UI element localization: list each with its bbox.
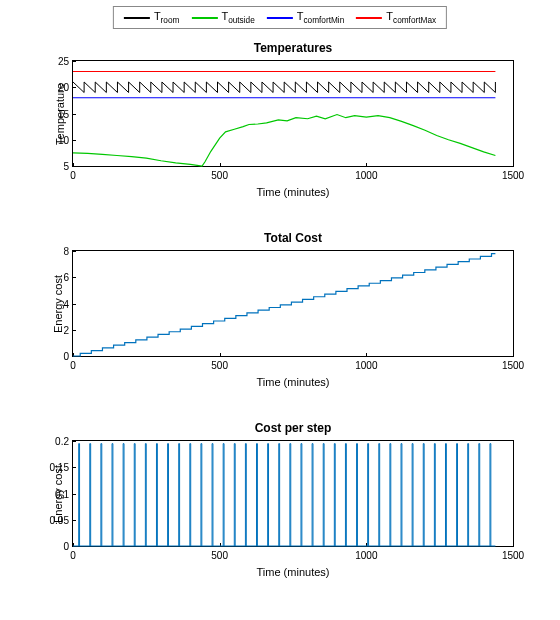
legend-item: Toutside [191,10,254,25]
legend-label: TcomfortMax [386,10,436,25]
x-tick-label: 500 [211,356,228,371]
legend: TroomToutsideTcomfortMinTcomfortMax [113,6,447,29]
y-tick-label: 10 [58,134,73,145]
x-axis-label: Time (minutes) [73,376,513,388]
legend-swatch [356,17,382,19]
x-axis-label: Time (minutes) [73,566,513,578]
x-tick-label: 0 [70,166,76,181]
chart-axes: Cost per stepEnergy costTime (minutes)00… [72,440,514,547]
y-tick-label: 0.15 [50,462,73,473]
x-tick-label: 0 [70,546,76,561]
y-tick-label: 0.05 [50,514,73,525]
chart-title: Total Cost [73,231,513,245]
series-line [73,82,495,93]
y-tick-label: 15 [58,108,73,119]
chart-canvas [73,441,513,546]
legend-label: Toutside [221,10,254,25]
chart-canvas [73,251,513,356]
x-tick-label: 1000 [355,356,377,371]
legend-swatch [124,17,150,19]
legend-label: TcomfortMin [297,10,345,25]
y-tick-label: 20 [58,82,73,93]
legend-swatch [267,17,293,19]
y-axis-label: Energy cost [52,274,64,332]
chart-title: Temperatures [73,41,513,55]
legend-item: TcomfortMax [356,10,436,25]
x-tick-label: 1500 [502,166,524,181]
legend-item: Troom [124,10,180,25]
x-tick-label: 500 [211,546,228,561]
figure: TroomToutsideTcomfortMinTcomfortMax Temp… [0,0,560,620]
x-tick-label: 1000 [355,166,377,181]
x-tick-label: 1500 [502,356,524,371]
x-tick-label: 0 [70,356,76,371]
x-tick-label: 500 [211,166,228,181]
series-line [73,254,495,356]
series-line [73,115,495,166]
x-axis-label: Time (minutes) [73,186,513,198]
legend-item: TcomfortMin [267,10,345,25]
chart-axes: TemperaturesTemperatureTime (minutes)510… [72,60,514,167]
legend-label: Troom [154,10,180,25]
legend-swatch [191,17,217,19]
y-tick-label: 25 [58,56,73,67]
series-line [79,444,491,546]
y-tick-label: 0.2 [55,436,73,447]
x-tick-label: 1500 [502,546,524,561]
chart-canvas [73,61,513,166]
y-tick-label: 0.1 [55,488,73,499]
x-tick-label: 1000 [355,546,377,561]
chart-axes: Total CostEnergy costTime (minutes)02468… [72,250,514,357]
chart-title: Cost per step [73,421,513,435]
